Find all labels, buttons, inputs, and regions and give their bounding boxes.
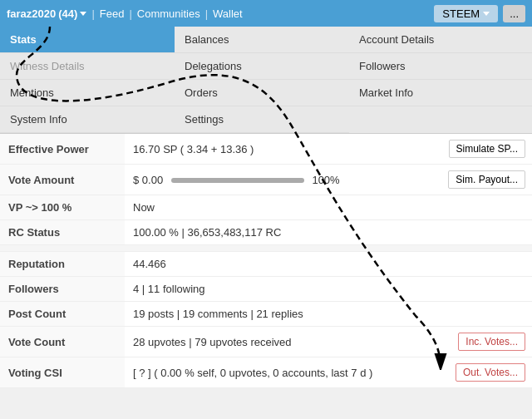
action-followers — [432, 277, 532, 302]
action-rc-status — [432, 220, 532, 245]
nav-area: Stats Witness Details Mentions System In… — [0, 27, 532, 134]
action-effective-power: Simulate SP... — [432, 134, 532, 165]
value-post-count: 19 posts | 19 comments | 21 replies — [125, 302, 432, 327]
wallet-link[interactable]: Wallet — [213, 7, 243, 20]
separator-3: | — [205, 7, 208, 20]
label-post-count: Post Count — [0, 302, 125, 327]
table-row: RC Status 100.00 % | 36,653,483,117 RC — [0, 220, 532, 245]
table-row: Reputation 44.466 — [0, 252, 532, 277]
nav-col-3: Account Details Followers Market Info — [349, 27, 532, 133]
nav-mentions[interactable]: Mentions — [0, 80, 175, 106]
nav-balances[interactable]: Balances — [175, 27, 349, 53]
vote-slider[interactable] — [171, 178, 304, 183]
feed-link[interactable]: Feed — [100, 7, 125, 20]
table-row: Vote Amount $ 0.00 100% Sim. Payout... — [0, 165, 532, 195]
action-vp — [432, 195, 532, 220]
nav-followers[interactable]: Followers — [349, 53, 532, 80]
nav-witness-details[interactable]: Witness Details — [0, 53, 175, 80]
nav-market-info[interactable]: Market Info — [349, 80, 532, 106]
vote-percent: 100% — [312, 174, 339, 186]
nav-delegations[interactable]: Delegations — [175, 53, 349, 80]
value-followers: 4 | 11 following — [125, 277, 432, 302]
steem-label: STEEM — [442, 7, 480, 20]
nav-orders[interactable]: Orders — [175, 80, 349, 106]
label-reputation: Reputation — [0, 252, 125, 277]
nav-stats[interactable]: Stats — [0, 27, 175, 53]
action-voting-csi: Out. Votes... — [432, 357, 532, 388]
label-vp: VP ~> 100 % — [0, 195, 125, 220]
sim-payout-button[interactable]: Sim. Payout... — [448, 170, 525, 189]
label-vote-amount: Vote Amount — [0, 165, 125, 195]
stats-table: Effective Power 16.70 SP ( 3.34 + 13.36 … — [0, 134, 532, 388]
action-post-count — [432, 302, 532, 327]
label-voting-csi: Voting CSI — [0, 357, 125, 388]
action-vote-amount: Sim. Payout... — [432, 165, 532, 195]
top-bar: faraz2020 (44) | Feed | Communities | Wa… — [0, 0, 532, 27]
action-reputation — [432, 252, 532, 277]
label-rc-status: RC Status — [0, 220, 125, 245]
value-vp: Now — [125, 195, 432, 220]
communities-link[interactable]: Communities — [137, 7, 200, 20]
value-reputation: 44.466 — [125, 252, 432, 277]
stats-content: Effective Power 16.70 SP ( 3.34 + 13.36 … — [0, 134, 532, 388]
label-effective-power: Effective Power — [0, 134, 125, 165]
username: faraz2020 — [7, 7, 56, 20]
nav-col-1: Stats Witness Details Mentions System In… — [0, 27, 175, 133]
table-row: Voting CSI [ ? ] ( 0.00 % self, 0 upvote… — [0, 357, 532, 388]
steem-button[interactable]: STEEM — [434, 5, 498, 22]
vote-amount-value: $ 0.00 — [133, 174, 163, 186]
simulate-sp-button[interactable]: Simulate SP... — [449, 140, 525, 158]
label-followers: Followers — [0, 277, 125, 302]
value-vote-amount: $ 0.00 100% — [125, 165, 432, 195]
value-rc-status: 100.00 % | 36,653,483,117 RC — [125, 220, 432, 245]
steem-chevron-icon — [483, 12, 490, 16]
table-row: VP ~> 100 % Now — [0, 195, 532, 220]
nav-account-details[interactable]: Account Details — [349, 27, 532, 53]
table-row: Vote Count 28 upvotes | 79 upvotes recei… — [0, 327, 532, 357]
separator-1: | — [91, 7, 94, 20]
label-vote-count: Vote Count — [0, 327, 125, 357]
action-vote-count: Inc. Votes... — [432, 327, 532, 357]
value-voting-csi: [ ? ] ( 0.00 % self, 0 upvotes, 0 accoun… — [125, 357, 432, 388]
user-dropdown[interactable]: faraz2020 (44) — [7, 7, 86, 20]
inc-votes-button[interactable]: Inc. Votes... — [458, 333, 525, 351]
table-row: Post Count 19 posts | 19 comments | 21 r… — [0, 302, 532, 327]
user-count: (44) — [58, 7, 77, 20]
nav-settings[interactable]: Settings — [175, 106, 349, 133]
chevron-down-icon — [80, 12, 86, 16]
nav-col-2: Balances Delegations Orders Settings — [175, 27, 349, 133]
table-row-spacer — [0, 245, 532, 252]
app-container: faraz2020 (44) | Feed | Communities | Wa… — [0, 0, 532, 388]
nav-system-info[interactable]: System Info — [0, 106, 175, 133]
table-row: Followers 4 | 11 following — [0, 277, 532, 302]
separator-2: | — [129, 7, 131, 20]
table-row: Effective Power 16.70 SP ( 3.34 + 13.36 … — [0, 134, 532, 165]
value-effective-power: 16.70 SP ( 3.34 + 13.36 ) — [125, 134, 432, 165]
out-votes-button[interactable]: Out. Votes... — [456, 363, 525, 382]
more-button[interactable]: ... — [503, 5, 525, 22]
value-vote-count: 28 upvotes | 79 upvotes received — [125, 327, 432, 357]
